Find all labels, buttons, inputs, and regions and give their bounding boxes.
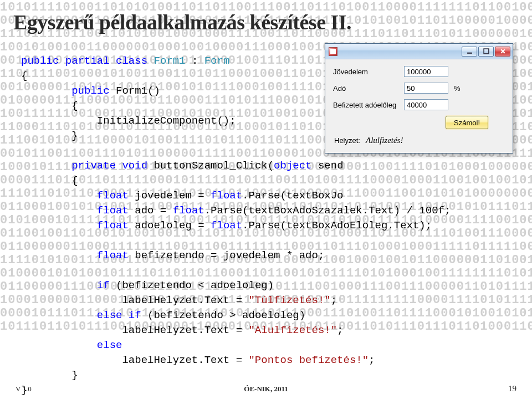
svg-rect-0 [467,53,472,54]
code: partial [65,55,110,67]
footer-center: ÓE-NIK, 2011 [93,385,439,393]
code: else [97,339,122,351]
footer-page: 19 [439,384,516,393]
code: } [21,369,78,381]
code: { [21,100,78,112]
code: public [21,55,59,67]
code: (befizetendo < adoeloleg) [110,279,274,291]
code: float [97,190,129,202]
code: adoeloleg = [129,219,211,232]
code: else [97,309,122,321]
code: buttonSzamol_Click( [147,160,274,172]
label-eloleg: Befizetett adóelőleg [333,101,398,109]
maximize-icon [483,48,489,54]
label-ado-suffix: % [454,84,461,93]
code: .Parse(textBoxJo [242,190,343,202]
code: .Parse(textBoxAdoSzazalek.Text) / 100f; [204,204,451,217]
label-jovedelem: Jövedelem [333,68,398,76]
row-status: Helyzet: Alulfizetés! [333,136,505,145]
input-eloleg[interactable] [404,99,448,110]
row-ado: Adó % [333,83,505,94]
code: Form1() [110,85,160,97]
minimize-icon [467,48,473,54]
code: jovedelem = [129,190,211,202]
status-label: Helyzet: [334,136,360,145]
code: private [71,160,116,172]
form-window: Jövedelem Adó % Befizetett adóelőleg Szá… [325,43,513,154]
code: ; [369,354,375,366]
footer-version: V 1.0 [16,385,93,393]
code: InitializeComponent(); [21,115,236,127]
row-eloleg: Befizetett adóelőleg [333,99,505,110]
code: } [21,130,78,142]
svg-rect-1 [484,49,489,54]
input-jovedelem[interactable] [404,66,448,77]
code: "Alulfizetés!" [248,324,337,336]
code: .Parse(textBoxAdoEloleg.Text); [242,219,432,232]
code: if [97,279,110,291]
input-ado[interactable] [404,83,448,94]
maximize-button[interactable] [478,47,494,57]
window-buttons [462,47,510,57]
minimize-button[interactable] [462,47,477,57]
code: "Pontos befizetés!" [248,354,369,366]
code: void [122,160,147,172]
code: send [312,160,344,172]
code: ado = [129,204,173,217]
code: Form [204,55,230,67]
status-value: Alulfizetés! [366,136,403,145]
app-icon [329,47,337,56]
code: labelHelyzet.Text = [21,294,248,306]
window-titlebar[interactable] [325,44,513,59]
code: { [21,70,27,82]
code: labelHelyzet.Text = [21,324,248,336]
form-body: Jövedelem Adó % Befizetett adóelőleg Szá… [325,59,513,153]
code: befizetendo = jovedelem * ado; [129,249,324,262]
slide-title: Egyszerű példaalkalmazás készítése II. [13,10,519,34]
row-jovedelem: Jövedelem [333,66,505,77]
code: float [97,204,129,217]
label-ado: Adó [333,84,398,93]
code: float [97,219,129,232]
code: float [173,204,204,217]
code: object [274,160,311,172]
calculate-button[interactable]: Számol! [446,116,488,129]
code: { [21,175,78,187]
close-button[interactable] [495,47,510,57]
code: Form1 [154,55,185,67]
code: ; [331,294,337,306]
code: float [211,219,242,232]
code: if [129,309,141,321]
code: class [116,55,147,67]
close-icon [500,48,506,54]
row-calc: Számol! [333,116,488,129]
code: float [97,249,129,262]
code: public [71,85,109,97]
code: "Túlfizetés!" [248,294,330,306]
code: (befizetendo > adoeloleg) [141,309,305,321]
footer: V 1.0 ÓE-NIK, 2011 19 [0,384,532,393]
code: float [211,190,242,202]
code: ; [337,324,343,336]
code: labelHelyzet.Text = [21,354,248,366]
